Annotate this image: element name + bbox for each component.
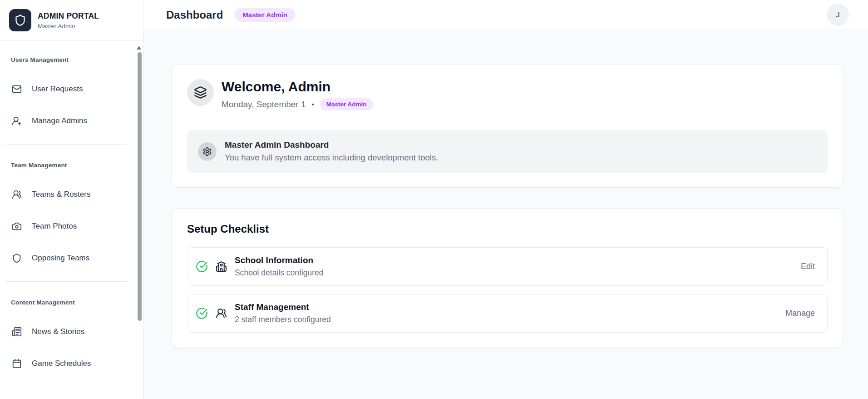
row-title: School Information xyxy=(235,255,324,265)
row-title: Staff Management xyxy=(235,302,331,312)
sidebar-item-game-schedules[interactable]: Game Schedules xyxy=(6,352,137,375)
topbar: Dashboard Master Admin J xyxy=(143,0,868,30)
manage-button[interactable]: Manage xyxy=(785,309,815,318)
checklist-row-school-information: School Information School details config… xyxy=(187,247,828,286)
sidebar-item-label: Team Photos xyxy=(32,222,77,231)
page-title: Dashboard xyxy=(166,9,223,21)
sidebar-item-label: News & Stories xyxy=(32,327,84,336)
sidebar-item-manage-admins[interactable]: Manage Admins xyxy=(6,110,137,132)
gear-icon xyxy=(198,142,217,161)
check-circle-icon xyxy=(196,307,208,319)
section-label-users-management: Users Management xyxy=(11,56,132,63)
row-subtitle: School details configured xyxy=(235,268,324,278)
panel-description: You have full system access including de… xyxy=(225,153,438,163)
divider xyxy=(6,144,127,145)
edit-button[interactable]: Edit xyxy=(801,262,815,271)
app-logo: ADMIN PORTAL Master Admin xyxy=(0,0,143,41)
users-icon xyxy=(216,308,227,319)
row-subtitle: 2 staff members configured xyxy=(235,315,331,324)
user-plus-icon xyxy=(12,116,22,126)
sidebar-item-user-requests[interactable]: User Requests xyxy=(6,78,137,100)
school-icon xyxy=(216,261,227,272)
sidebar-item-label: Game Schedules xyxy=(32,359,91,368)
divider xyxy=(6,387,127,387)
sidebar-item-teams-rosters[interactable]: Teams & Rosters xyxy=(6,183,137,206)
sidebar: ADMIN PORTAL Master Admin Users Manageme… xyxy=(0,0,143,399)
scrollbar-thumb[interactable] xyxy=(138,52,142,321)
checklist-title: Setup Checklist xyxy=(187,223,828,235)
users-icon xyxy=(12,190,22,200)
scrollbar-up-arrow[interactable] xyxy=(137,46,141,50)
divider xyxy=(6,281,127,282)
app-title-block: ADMIN PORTAL Master Admin xyxy=(38,11,99,30)
app-title: ADMIN PORTAL xyxy=(38,11,99,21)
dashboard-content: Welcome, Admin Monday, September 1 • Mas… xyxy=(143,30,868,348)
newspaper-icon xyxy=(12,327,22,337)
panel-title: Master Admin Dashboard xyxy=(225,140,438,150)
avatar[interactable]: J xyxy=(827,4,849,26)
welcome-date: Monday, September 1 xyxy=(222,100,306,110)
sidebar-item-opposing-teams[interactable]: Opposing Teams xyxy=(6,247,137,269)
section-label-content-management: Content Management xyxy=(11,299,132,306)
role-badge: Master Admin xyxy=(235,8,295,22)
mail-icon xyxy=(12,84,22,94)
sidebar-item-news-stories[interactable]: News & Stories xyxy=(6,320,137,343)
shield-icon xyxy=(12,253,22,263)
sidebar-item-label: User Requests xyxy=(32,85,83,94)
sidebar-nav: Users Management User Requests Manage Ad… xyxy=(0,41,143,387)
role-badge: Master Admin xyxy=(320,98,373,110)
app-subtitle: Master Admin xyxy=(38,23,99,30)
calendar-icon xyxy=(12,359,22,369)
check-circle-icon xyxy=(196,260,208,273)
camera-icon xyxy=(12,221,22,231)
welcome-card: Welcome, Admin Monday, September 1 • Mas… xyxy=(172,64,843,188)
sidebar-item-label: Opposing Teams xyxy=(32,254,89,263)
shield-icon xyxy=(9,9,31,31)
checklist-row-staff-management: Staff Management 2 staff members configu… xyxy=(187,294,828,333)
master-admin-panel: Master Admin Dashboard You have full sys… xyxy=(187,130,828,173)
main-area: Dashboard Master Admin J Welcome, Admin … xyxy=(143,0,868,399)
sidebar-item-label: Manage Admins xyxy=(32,116,87,125)
dot-separator: • xyxy=(312,100,314,108)
layers-icon xyxy=(187,79,214,106)
section-label-team-management: Team Management xyxy=(11,162,132,169)
sidebar-item-team-photos[interactable]: Team Photos xyxy=(6,215,137,238)
welcome-title: Welcome, Admin xyxy=(222,79,373,94)
sidebar-item-label: Teams & Rosters xyxy=(32,190,90,199)
setup-checklist-card: Setup Checklist School Information Schoo… xyxy=(172,208,843,348)
